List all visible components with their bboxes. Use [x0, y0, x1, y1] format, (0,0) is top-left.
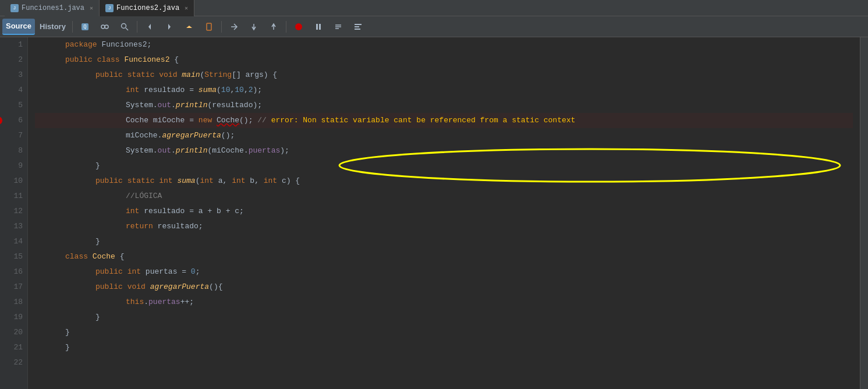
- ln-17: ▼17: [5, 280, 23, 295]
- kw-public-16: public: [95, 264, 123, 280]
- editor: 1 2 ▼3 4 5 !6 7 8 9 ▼10 11 12 13 14 ▼15 …: [0, 37, 868, 389]
- pause-btn[interactable]: [309, 19, 328, 35]
- ln-14: 14: [5, 234, 23, 249]
- stop-icon: [294, 22, 303, 31]
- title-bar: J Funciones1.java ✕ J Funciones2.java ✕: [0, 0, 868, 16]
- step-into-btn[interactable]: [245, 19, 263, 35]
- fn-main: main: [182, 68, 200, 83]
- step-out-btn[interactable]: [264, 19, 283, 35]
- toggle-btn[interactable]: [95, 19, 114, 35]
- svg-marker-7: [168, 24, 171, 30]
- up-icon: [185, 22, 194, 31]
- code-line-3: public static void main ( String [] args…: [35, 68, 853, 83]
- tab-funciones2[interactable]: J Funciones2.java ✕: [100, 0, 194, 16]
- kw-int-12: int: [126, 204, 139, 219]
- classref-coche: Coche miCoche =: [126, 113, 199, 128]
- code-line-14: }: [35, 234, 853, 249]
- ln-20: 20: [5, 325, 23, 340]
- ln-18: 18: [5, 295, 23, 310]
- svg-rect-13: [319, 24, 321, 30]
- toolbar-separator-1: [72, 21, 73, 33]
- java-icon-2: J: [105, 4, 114, 12]
- kw-class: class: [97, 52, 120, 68]
- kw-this: this: [126, 295, 144, 310]
- tab-funciones1-close[interactable]: ✕: [90, 5, 93, 12]
- ln-13: 13: [5, 219, 23, 234]
- comment-btn[interactable]: [329, 19, 348, 35]
- source-tab-btn[interactable]: Source: [2, 19, 35, 35]
- next-icon: [165, 22, 174, 31]
- toolbar-separator-4: [286, 21, 286, 33]
- comment-logica: //LÓGICA: [126, 189, 162, 204]
- kw-int-16: int: [127, 264, 141, 280]
- num-2: 2: [249, 83, 253, 98]
- code-line-2: public class Funciones2 {: [35, 52, 853, 68]
- next-btn[interactable]: [160, 19, 179, 35]
- history-tab-btn[interactable]: History: [36, 19, 69, 35]
- ln-15: ▼15: [5, 249, 23, 264]
- step-over-icon: [229, 22, 239, 31]
- toolbar-separator-2: [137, 21, 137, 33]
- ln-11: 11: [5, 189, 23, 204]
- ln-10: ▼10: [5, 174, 23, 189]
- ln-6: !6: [5, 113, 23, 128]
- scrollbar-area[interactable]: [860, 37, 868, 389]
- code-content[interactable]: package Funciones2; public class Funcion…: [28, 37, 860, 389]
- prev-btn[interactable]: [140, 19, 159, 35]
- code-line-1: package Funciones2;: [35, 37, 853, 52]
- java-icon-1: J: [10, 4, 19, 12]
- bookmark-icon: [204, 22, 214, 31]
- svg-text:Q: Q: [83, 24, 86, 30]
- stop-btn[interactable]: [289, 19, 308, 35]
- code-line-12: int resultado = a + b + c;: [35, 204, 853, 219]
- search-btn[interactable]: [115, 19, 134, 35]
- kw-new: new: [199, 113, 212, 128]
- field-out-8: out: [158, 143, 171, 158]
- code-line-8: System. out . println (miCoche. puertas …: [35, 143, 853, 158]
- ln-1: 1: [5, 37, 23, 52]
- tab-funciones1[interactable]: J Funciones1.java ✕: [5, 0, 100, 16]
- code-line-7: miCoche. agregarPuerta ();: [35, 128, 853, 143]
- system-5: System.: [126, 98, 158, 113]
- comment-icon: [334, 22, 343, 31]
- quick-fix-btn[interactable]: Q: [76, 19, 94, 35]
- error-comment-text: error: Non static variable cant be refer…: [271, 113, 576, 128]
- code-line-13: return resultado;: [35, 219, 853, 234]
- code-line-22: [35, 355, 853, 370]
- fn-suma: suma: [199, 83, 217, 98]
- step-over-btn[interactable]: [225, 19, 243, 35]
- tab-funciones1-label: Funciones1.java: [22, 4, 84, 12]
- kw-public-17: public: [95, 280, 123, 295]
- kw-int-b: int: [232, 174, 245, 189]
- fn-println-5: println: [176, 98, 208, 113]
- kw-package: package: [65, 37, 97, 52]
- pkg-name: Funciones2;: [101, 37, 151, 52]
- quick-fix-icon: Q: [80, 22, 90, 31]
- search-icon: [120, 22, 129, 31]
- kw-void-17: void: [127, 280, 146, 295]
- pause-icon: [314, 22, 323, 31]
- line-numbers: 1 2 ▼3 4 5 !6 7 8 9 ▼10 11 12 13 14 ▼15 …: [0, 37, 28, 389]
- ln-8: 8: [5, 143, 23, 158]
- format-btn[interactable]: [349, 19, 367, 35]
- num-10b: 10: [235, 83, 244, 98]
- ln-3: ▼3: [5, 68, 23, 83]
- bookmark-btn[interactable]: [200, 19, 218, 35]
- step-into-icon: [249, 22, 258, 31]
- code-line-16: public int puertas = 0 ;: [35, 264, 853, 280]
- svg-point-11: [295, 23, 302, 30]
- system-8: System.: [126, 143, 158, 158]
- toolbar: Source History Q: [0, 16, 868, 37]
- svg-point-3: [105, 25, 108, 29]
- kw-int-4: int: [126, 83, 139, 98]
- field-puertas-8: puertas: [249, 143, 281, 158]
- tab-funciones2-close[interactable]: ✕: [185, 5, 188, 12]
- code-line-17: public void agregarPuerta (){: [35, 280, 853, 295]
- fn-agregarPuerta-17: agregarPuerta: [150, 280, 209, 295]
- num-0: 0: [191, 264, 196, 280]
- ln-7: 7: [5, 128, 23, 143]
- kw-int-a: int: [200, 174, 214, 189]
- up-btn[interactable]: [180, 19, 199, 35]
- kw-class-15: class: [65, 249, 88, 264]
- svg-marker-6: [148, 24, 151, 30]
